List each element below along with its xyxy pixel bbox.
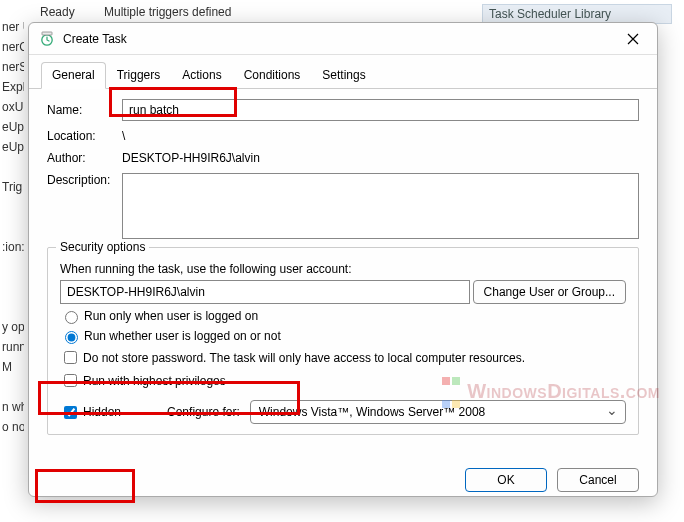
- tab-actions[interactable]: Actions: [171, 62, 232, 89]
- when-running-label: When running the task, use the following…: [60, 262, 626, 276]
- description-input[interactable]: [122, 173, 639, 239]
- check-no-store-pw[interactable]: Do not store password. The task will onl…: [60, 348, 626, 367]
- close-icon: [627, 33, 639, 45]
- create-task-dialog: Create Task GeneralTriggersActionsCondit…: [28, 22, 658, 497]
- change-user-button[interactable]: Change User or Group...: [473, 280, 626, 304]
- security-options-legend: Security options: [56, 240, 149, 254]
- label-location: Location:: [47, 129, 122, 143]
- check-highest-priv-label: Run with highest privileges: [83, 374, 226, 388]
- radio-run-logged-on[interactable]: Run only when user is logged on: [60, 308, 626, 324]
- svg-rect-1: [42, 32, 52, 35]
- security-options-group: Security options When running the task, …: [47, 247, 639, 435]
- task-icon: [39, 31, 55, 47]
- radio-run-whether-input[interactable]: [65, 331, 78, 344]
- tab-strip: GeneralTriggersActionsConditionsSettings: [29, 55, 657, 89]
- task-scheduler-library-header: Task Scheduler Library: [482, 4, 672, 24]
- close-button[interactable]: [613, 25, 653, 53]
- user-account-field[interactable]: [60, 280, 470, 304]
- check-no-store-pw-input[interactable]: [64, 351, 77, 364]
- name-input[interactable]: [122, 99, 639, 121]
- check-hidden[interactable]: Hidden: [60, 403, 121, 422]
- configure-for-label: Configure for:: [167, 405, 240, 419]
- ok-button[interactable]: OK: [465, 468, 547, 492]
- tab-general-body: Name: Location: \ Author: DESKTOP-HH9IR6…: [29, 89, 657, 460]
- author-value: DESKTOP-HH9IR6J\alvin: [122, 151, 260, 165]
- radio-run-logged-on-input[interactable]: [65, 311, 78, 324]
- cancel-button[interactable]: Cancel: [557, 468, 639, 492]
- check-hidden-label: Hidden: [83, 405, 121, 419]
- dialog-buttons: OK Cancel: [29, 460, 657, 496]
- label-author: Author:: [47, 151, 122, 165]
- check-no-store-pw-label: Do not store password. The task will onl…: [83, 351, 525, 365]
- titlebar: Create Task: [29, 23, 657, 55]
- configure-for-select[interactable]: Windows Vista™, Windows Server™ 2008: [250, 400, 626, 424]
- tab-triggers[interactable]: Triggers: [106, 62, 172, 89]
- bg-trigger: Multiple triggers defined: [104, 5, 231, 19]
- check-hidden-input[interactable]: [64, 406, 77, 419]
- bg-status: Ready: [40, 5, 75, 19]
- radio-run-whether-label: Run whether user is logged on or not: [84, 329, 281, 343]
- radio-run-logged-on-label: Run only when user is logged on: [84, 309, 258, 323]
- label-description: Description:: [47, 173, 122, 187]
- tab-general[interactable]: General: [41, 62, 106, 89]
- check-highest-priv[interactable]: Run with highest privileges: [60, 371, 626, 390]
- location-value: \: [122, 129, 125, 143]
- tab-conditions[interactable]: Conditions: [233, 62, 312, 89]
- label-name: Name:: [47, 103, 122, 117]
- bg-left-fragments: ner Up...nerCrenerSkExploroxUpeUpdeUpdTr…: [0, 20, 24, 522]
- check-highest-priv-input[interactable]: [64, 374, 77, 387]
- radio-run-whether[interactable]: Run whether user is logged on or not: [60, 328, 626, 344]
- tab-settings[interactable]: Settings: [311, 62, 376, 89]
- dialog-title: Create Task: [63, 32, 613, 46]
